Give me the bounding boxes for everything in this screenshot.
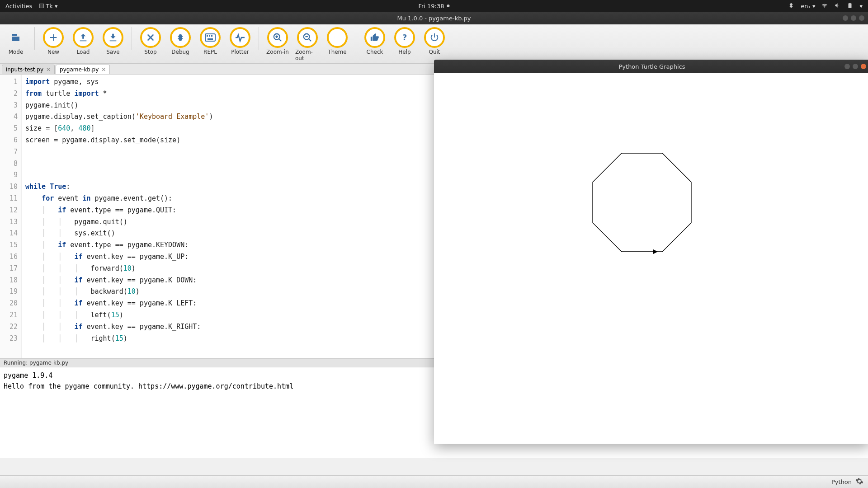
toolbar-save-button[interactable]: Save <box>101 27 125 55</box>
svg-rect-1 <box>207 35 208 37</box>
thumb-icon <box>364 27 385 48</box>
bug-icon <box>170 27 191 48</box>
toolbar-repl-button[interactable]: REPL <box>198 27 222 55</box>
tab-close-icon[interactable]: ✕ <box>101 66 106 73</box>
svg-rect-4 <box>208 38 213 40</box>
toolbar-zoom-in-button[interactable]: Zoom-in <box>265 27 290 55</box>
mu-window-titlebar: Mu 1.0.0 - pygame-kb.py <box>0 12 868 24</box>
toolbar-new-button[interactable]: New <box>41 27 66 55</box>
mode-icon <box>5 27 26 48</box>
tab-inputs-test-py[interactable]: inputs-test.py✕ <box>2 65 55 74</box>
toolbar-stop-button[interactable]: Stop <box>138 27 163 55</box>
code-area[interactable]: import pygame, sys from turtle import * … <box>22 75 213 358</box>
toolbar-debug-button[interactable]: Debug <box>168 27 193 55</box>
turtle-cursor-icon <box>653 249 658 254</box>
keyboard-icon <box>200 27 221 48</box>
turtle-titlebar: Python Turtle Graphics <box>434 60 868 73</box>
app-menu[interactable]: Tk ▾ <box>39 3 57 9</box>
turtle-window[interactable]: Python Turtle Graphics <box>434 60 868 444</box>
plus-icon <box>43 27 64 48</box>
toolbar-quit-button[interactable]: Quit <box>422 27 447 55</box>
turtle-close-icon[interactable] <box>861 64 866 69</box>
maximize-icon[interactable] <box>851 15 856 21</box>
turtle-maximize-icon[interactable] <box>853 64 858 69</box>
status-language: Python <box>831 479 852 485</box>
help-icon: ? <box>394 27 415 48</box>
network-icon[interactable] <box>821 2 828 10</box>
toolbar-load-button[interactable]: Load <box>71 27 95 55</box>
upload-icon <box>73 27 94 48</box>
turtle-path <box>593 153 691 252</box>
power-icon <box>424 27 445 48</box>
svg-text:?: ? <box>402 33 407 42</box>
turtle-canvas <box>434 73 868 444</box>
svg-rect-0 <box>205 34 215 41</box>
svg-rect-2 <box>209 35 210 37</box>
bluetooth-icon[interactable] <box>788 2 794 10</box>
toolbar-mode-button[interactable]: Mode <box>4 27 28 55</box>
gnome-topbar: Activities Tk ▾ Fri 19:38 en₁ ▾ ▾ <box>0 0 868 12</box>
system-menu-icon[interactable]: ▾ <box>859 3 863 9</box>
volume-icon[interactable] <box>834 2 840 10</box>
x-icon <box>140 27 161 48</box>
minimize-icon[interactable] <box>843 15 848 21</box>
gear-icon[interactable] <box>855 477 863 487</box>
download-icon <box>103 27 123 48</box>
toolbar-theme-button[interactable]: Theme <box>325 27 349 55</box>
tab-pygame-kb-py[interactable]: pygame-kb.py✕ <box>56 65 110 74</box>
window-title: Mu 1.0.0 - pygame-kb.py <box>397 15 471 22</box>
status-bar: Python <box>0 475 868 488</box>
zoomin-icon <box>267 27 288 48</box>
activities-button[interactable]: Activities <box>5 3 32 9</box>
pulse-icon <box>230 27 250 48</box>
zoomout-icon <box>297 27 318 48</box>
moon-icon <box>327 27 348 48</box>
clock[interactable]: Fri 19:38 <box>418 3 449 9</box>
toolbar-check-button[interactable]: Check <box>363 27 387 55</box>
lang-indicator[interactable]: en₁ ▾ <box>801 3 815 9</box>
svg-rect-3 <box>211 35 212 37</box>
toolbar-zoom-out-button[interactable]: Zoom-out <box>295 27 320 61</box>
turtle-minimize-icon[interactable] <box>844 64 850 69</box>
toolbar-plotter-button[interactable]: Plotter <box>228 27 252 55</box>
tab-close-icon[interactable]: ✕ <box>46 66 51 73</box>
toolbar: ModeNewLoadSaveStopDebugREPLPlotterZoom-… <box>0 24 868 64</box>
toolbar-help-button[interactable]: ?Help <box>392 27 417 55</box>
line-numbers: 1234567891011121314151617181920212223 <box>0 75 22 358</box>
battery-icon[interactable] <box>847 2 853 10</box>
close-icon[interactable] <box>859 15 864 21</box>
